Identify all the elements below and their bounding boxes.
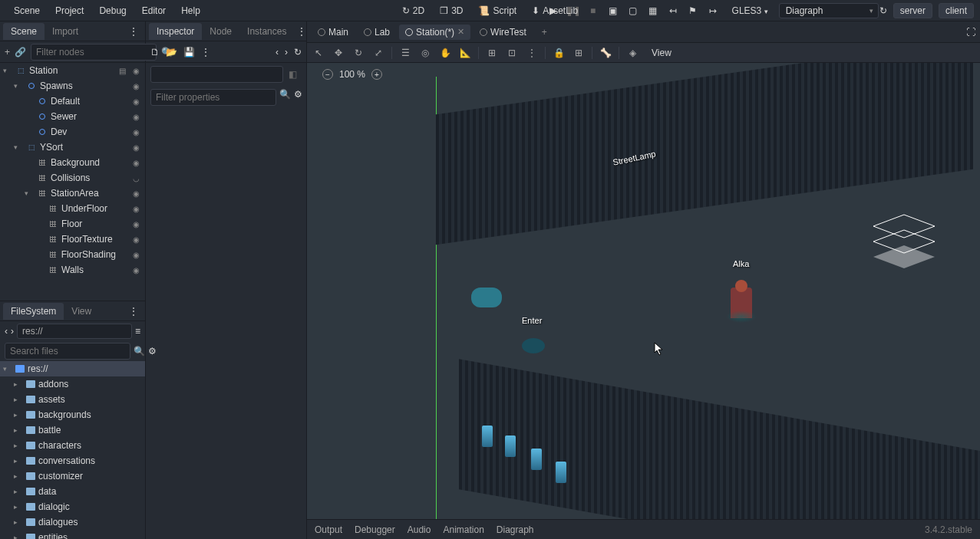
scene-tree-item[interactable]: ▾⬚YSort◉ bbox=[0, 140, 145, 155]
client-button[interactable]: client bbox=[939, 3, 974, 18]
scene-tree-item[interactable]: Collisions◡ bbox=[0, 170, 145, 186]
tab-filesystem[interactable]: FileSystem bbox=[3, 303, 64, 320]
zoom-level-label[interactable]: 100 % bbox=[339, 69, 365, 80]
menu-editor[interactable]: Editor bbox=[134, 5, 173, 16]
scene-tree-item[interactable]: FloorTexture◉ bbox=[0, 232, 145, 247]
fs-view-mode-button[interactable]: ≡ bbox=[135, 326, 140, 337]
scene-filter-input[interactable] bbox=[31, 44, 157, 61]
movie-button[interactable]: ▦ bbox=[645, 2, 662, 19]
dock-menu-icon[interactable]: ⋮ bbox=[126, 306, 142, 317]
tab-view[interactable]: View bbox=[64, 303, 99, 320]
inspector-resource-field[interactable] bbox=[150, 66, 283, 83]
pan-tool-button[interactable]: ✋ bbox=[438, 46, 452, 60]
filter-settings-button[interactable]: ⚙ bbox=[294, 89, 302, 106]
scene-tree[interactable]: ▾⬚Station▤◉▾Spawns◉Default◉Sewer◉Dev◉▾⬚Y… bbox=[0, 63, 145, 301]
script-indicator-icon[interactable] bbox=[116, 143, 128, 152]
fs-folder-item[interactable]: ▸customizer bbox=[0, 468, 145, 484]
scene-tree-item[interactable]: ▾Spawns◉ bbox=[0, 78, 145, 94]
new-resource-button[interactable]: 🗋 bbox=[150, 47, 160, 58]
menu-project[interactable]: Project bbox=[48, 5, 91, 16]
visibility-toggle-icon[interactable]: ◉ bbox=[130, 128, 142, 136]
reload-button[interactable]: ↻ bbox=[879, 5, 887, 16]
scene-tree-item[interactable]: Dev◉ bbox=[0, 124, 145, 140]
visibility-toggle-icon[interactable]: ◉ bbox=[130, 67, 142, 75]
script-indicator-icon[interactable] bbox=[116, 97, 128, 106]
script-indicator-icon[interactable] bbox=[116, 189, 128, 198]
snap-config-button[interactable]: ⋮ bbox=[525, 46, 539, 60]
rotate-tool-button[interactable]: ↻ bbox=[351, 46, 365, 60]
crystal-sprite[interactable] bbox=[482, 426, 493, 447]
snap-toggle-button[interactable]: ⊞ bbox=[485, 46, 499, 60]
nav-back-button[interactable]: ‹ bbox=[5, 326, 8, 337]
canvas-area[interactable]: StreetLamp Alka Enter bbox=[321, 77, 980, 519]
fs-folder-item[interactable]: ▸entities bbox=[0, 530, 145, 539]
smart-snap-button[interactable]: ⊡ bbox=[505, 46, 519, 60]
scene-tab[interactable]: WireTest bbox=[474, 25, 533, 40]
search-icon[interactable]: 🔍 bbox=[279, 89, 291, 106]
save-resource-button[interactable]: 💾 bbox=[183, 47, 195, 58]
close-tab-button[interactable]: ✕ bbox=[457, 27, 464, 37]
lock-button[interactable]: 🔒 bbox=[552, 46, 566, 60]
play-custom-button[interactable]: ▢ bbox=[625, 2, 642, 19]
scene-tree-item[interactable]: Floor◉ bbox=[0, 216, 145, 232]
history-menu-button[interactable]: ↻ bbox=[294, 47, 302, 58]
fs-folder-item[interactable]: ▸battle bbox=[0, 422, 145, 438]
tab-animation[interactable]: Animation bbox=[443, 524, 483, 535]
add-node-button[interactable]: + bbox=[5, 45, 10, 59]
visibility-toggle-icon[interactable]: ◉ bbox=[130, 235, 142, 244]
fs-folder-item[interactable]: ▸assets bbox=[0, 392, 145, 407]
visibility-toggle-icon[interactable]: ◡ bbox=[130, 174, 142, 182]
crystal-sprite[interactable] bbox=[556, 462, 566, 483]
fs-folder-item[interactable]: ▸backgrounds bbox=[0, 407, 145, 422]
view-menu-button[interactable]: View bbox=[645, 48, 678, 58]
server-button[interactable]: server bbox=[893, 3, 932, 18]
zoom-out-button[interactable]: − bbox=[322, 69, 333, 80]
visibility-toggle-icon[interactable]: ◉ bbox=[130, 220, 142, 228]
list-select-button[interactable]: ☰ bbox=[398, 46, 412, 60]
step-back-button[interactable]: ↤ bbox=[665, 2, 681, 19]
menu-scene[interactable]: Scene bbox=[6, 5, 48, 16]
tab-debugger[interactable]: Debugger bbox=[355, 524, 395, 535]
group-button[interactable]: ⊞ bbox=[572, 46, 586, 60]
distraction-free-button[interactable]: ⛶ bbox=[966, 27, 975, 38]
scene-tree-item[interactable]: Sewer◉ bbox=[0, 109, 145, 124]
scene-tree-item[interactable]: Default◉ bbox=[0, 94, 145, 109]
ruler-tool-button[interactable]: 📐 bbox=[458, 46, 472, 60]
scene-tree-item[interactable]: Background◉ bbox=[0, 155, 145, 170]
visibility-toggle-icon[interactable]: ◉ bbox=[130, 205, 142, 213]
fs-search-input[interactable] bbox=[5, 343, 130, 360]
move-tool-button[interactable]: ✥ bbox=[332, 46, 345, 60]
history-forward-button[interactable]: › bbox=[285, 47, 288, 58]
tab-import[interactable]: Import bbox=[45, 23, 86, 40]
mode-2d-button[interactable]: ↻ 2D bbox=[396, 4, 431, 18]
script-indicator-icon[interactable] bbox=[116, 235, 128, 244]
menu-help[interactable]: Help bbox=[173, 5, 208, 16]
script-indicator-icon[interactable] bbox=[116, 113, 128, 121]
tab-scene[interactable]: Scene bbox=[3, 23, 45, 40]
tab-diagraph[interactable]: Diagraph bbox=[497, 524, 534, 535]
inspector-filter-input[interactable] bbox=[150, 89, 276, 106]
scene-tab[interactable]: Station(*)✕ bbox=[399, 25, 470, 40]
visibility-toggle-icon[interactable]: ◉ bbox=[130, 189, 142, 198]
script-indicator-icon[interactable] bbox=[116, 205, 128, 213]
portal-sprite[interactable] bbox=[522, 338, 545, 353]
dock-menu-icon[interactable]: ⋮ bbox=[126, 26, 142, 37]
search-icon[interactable]: 🔍 bbox=[134, 346, 145, 357]
tab-instances[interactable]: Instances bbox=[239, 23, 294, 40]
open-resource-button[interactable]: 📂 bbox=[166, 47, 177, 58]
visibility-toggle-icon[interactable]: ◉ bbox=[130, 159, 142, 167]
project-selector[interactable]: Diagraph bbox=[779, 3, 879, 18]
script-indicator-icon[interactable] bbox=[116, 174, 128, 182]
bookmark-button[interactable]: ⚑ bbox=[685, 2, 701, 19]
add-scene-tab-button[interactable]: + bbox=[536, 27, 553, 38]
character-sprite[interactable] bbox=[731, 288, 752, 318]
script-indicator-icon[interactable]: ▤ bbox=[116, 67, 128, 75]
select-tool-button[interactable]: ↖ bbox=[312, 46, 325, 60]
visibility-toggle-icon[interactable]: ◉ bbox=[130, 143, 142, 152]
play-scene-button[interactable]: ▣ bbox=[605, 2, 622, 19]
fs-tree[interactable]: ▾ res:// ▸addons▸assets▸backgrounds▸batt… bbox=[0, 361, 145, 539]
stop-button[interactable]: ■ bbox=[585, 2, 602, 19]
script-indicator-icon[interactable] bbox=[116, 251, 128, 259]
scene-tab[interactable]: Main bbox=[312, 25, 355, 40]
fs-root-item[interactable]: ▾ res:// bbox=[0, 361, 145, 376]
